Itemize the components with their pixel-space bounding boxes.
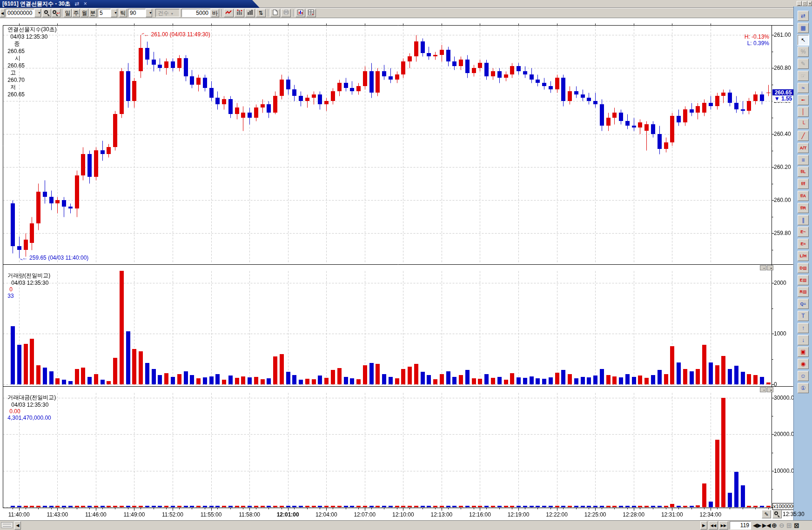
low-label: 저	[10, 84, 16, 90]
minute-dropdown-icon[interactable]: ▼	[111, 9, 117, 17]
tick-dropdown-icon[interactable]: ▼	[146, 9, 152, 17]
chart-canvas[interactable]	[0, 0, 812, 530]
bar-count-input[interactable]: 5000	[181, 9, 210, 17]
bar-chart-icon[interactable]	[245, 9, 255, 17]
symbol-code-dropdown-icon[interactable]: ▼	[34, 9, 41, 17]
high-label: 고	[10, 69, 16, 76]
search-icon[interactable]	[42, 9, 51, 17]
high-percent: H: -0.13%	[745, 34, 769, 40]
visible-bars-input[interactable]: 119	[730, 521, 751, 530]
fibo-levels-icon[interactable]: f/L	[798, 167, 809, 177]
draw-pencil-icon[interactable]: ✎	[762, 510, 771, 518]
maximize-button[interactable]: □	[802, 1, 807, 6]
collapse-range-icon[interactable]: ▶◀	[762, 521, 771, 530]
zoom-in-icon[interactable]: ⊕	[772, 521, 777, 530]
tab-close-icon[interactable]: ×	[84, 0, 87, 7]
text-tool-icon[interactable]: T	[798, 311, 809, 321]
data-grid-icon[interactable]	[306, 9, 316, 17]
period-month-button[interactable]: 월	[81, 9, 88, 17]
circle-marker-icon[interactable]: ◉	[798, 359, 809, 369]
arrow-up-icon[interactable]: ↑	[798, 323, 809, 333]
zoom-out-icon-disabled: ⊖	[779, 521, 785, 530]
play-icon[interactable]: ▶	[700, 521, 707, 530]
volume-minimize-icon[interactable]: −	[760, 265, 766, 270]
line-chart-icon[interactable]	[224, 9, 234, 17]
chart-settings-icon[interactable]: ▦	[798, 23, 809, 33]
low-percent: L: 0.39%	[747, 40, 769, 47]
low-high-icon[interactable]: L/H	[798, 251, 809, 261]
volume-curr: 33	[7, 293, 13, 299]
arrow-down-icon[interactable]: ↓	[798, 335, 809, 345]
r-pattern-icon[interactable]: R▨	[798, 287, 809, 297]
expand-range-icon[interactable]: ◀▶	[753, 521, 761, 530]
value-minimize-icon[interactable]: −	[760, 387, 766, 392]
tool-sidebar: ⇄▦↖%✎☞≈╾│└╱A/T≡f/Lf/ff/Af/R∥E~E≈L/HD▨E▨R…	[793, 7, 812, 520]
value-title: 거래대금(전일비교)	[7, 394, 56, 401]
count-select-disabled: 건수 ▼	[155, 9, 180, 17]
close-chart-icon[interactable]: ⊠	[794, 521, 799, 530]
parallel-lines-icon[interactable]: ∥	[798, 215, 809, 225]
tick-value-select[interactable]: 90	[128, 9, 146, 17]
period-minute-button[interactable]: 분	[89, 9, 97, 17]
zigzag-line-icon[interactable]: ≈	[798, 83, 809, 93]
quote-list-icon[interactable]: Q≡	[798, 299, 809, 309]
period-tick-button[interactable]: 틱	[119, 9, 127, 17]
number-marker-icon[interactable]: ①	[798, 383, 809, 393]
high-value: 260.70	[7, 77, 25, 83]
title-tab[interactable]: [6101] 연결선물지수 - 30초 ⇄ ×	[0, 0, 261, 8]
scrollbar-grip[interactable]	[1, 522, 13, 528]
bottom-scrollbar: ◀ ▶ ◀◀ ▶▶ 119 ◀▶ ▶◀ ⊕ ⊖ ⊞ ⊠	[0, 520, 812, 530]
symbol-code-input[interactable]: 00000000	[6, 9, 34, 17]
value-close-icon[interactable]: ×	[767, 387, 773, 392]
grid-view-icon-disabled: ⊞	[786, 521, 792, 530]
elliott-wave-icon[interactable]: E~	[798, 227, 809, 237]
close-value: 260.65	[7, 48, 25, 54]
minimize-button[interactable]: _	[797, 1, 802, 6]
rewind-icon[interactable]: ◀◀	[709, 521, 718, 530]
search-recent-icon[interactable]: ↩	[52, 9, 60, 17]
high-annotation: ← 261.00 (04/03 11:49:30)	[144, 31, 210, 38]
vertical-line-icon[interactable]: │	[798, 107, 809, 117]
low-annotation: ← 259.65 (04/03 11:40:00)	[22, 255, 89, 261]
link-icon[interactable]: ⇄	[74, 0, 79, 7]
fibo-arc-icon[interactable]: f/A	[798, 191, 809, 201]
toolbar-back-icon[interactable]: ◂	[0, 9, 5, 17]
cursor-icon[interactable]: ↖	[798, 35, 809, 45]
open-label: 시	[15, 55, 20, 61]
fast-forward-icon[interactable]: ▶▶	[719, 521, 728, 530]
chart-report-icon[interactable]	[295, 9, 305, 17]
volume-prev: 0	[9, 286, 13, 293]
bar-chart-compare-icon[interactable]	[235, 9, 244, 17]
sort-updown-icon[interactable]: ⇅	[256, 9, 266, 17]
scroll-left-icon[interactable]: ◀	[14, 521, 21, 530]
levels-icon[interactable]: ≡	[798, 155, 809, 165]
main-chart-header: 연결선물지수(30초) 04/03 12:35:30 종 260.65 시 26…	[1, 19, 57, 104]
refresh-icon[interactable]: ⇄	[798, 11, 809, 21]
square-marker-icon[interactable]: ▣	[798, 347, 809, 357]
period-week-button[interactable]: 주	[72, 9, 80, 17]
fibo-retrace-icon[interactable]: f/R	[798, 203, 809, 213]
chart-application-window: [6101] 연결선물지수 - 30초 ⇄ × _ □ × ◂ 00000000…	[0, 0, 812, 530]
value-datetime: 04/03 12:35:30	[11, 402, 48, 408]
close-button[interactable]: ×	[808, 1, 812, 6]
elbow-line-icon[interactable]: └	[798, 119, 809, 129]
volume-close-icon[interactable]: ×	[767, 265, 773, 270]
minute-value-select[interactable]: 5	[98, 9, 111, 17]
hl-percent: H: -0.13% L: 0.39%	[649, 27, 769, 53]
d-pattern-icon[interactable]: D▨	[798, 263, 809, 273]
symbol-name: 연결선물지수(30초)	[7, 26, 56, 33]
bars-apply-button[interactable]: 바	[211, 9, 219, 17]
window-title: [6101] 연결선물지수 - 30초	[2, 0, 70, 7]
period-day-button[interactable]: 일	[64, 9, 72, 17]
elliott-wave2-icon[interactable]: E≈	[798, 239, 809, 249]
fibo-fan-icon[interactable]: f/f	[798, 179, 809, 189]
close-label: 종	[14, 40, 20, 47]
smiley-marker-icon[interactable]: ☺	[798, 371, 809, 381]
e-pattern-icon[interactable]: E▨	[798, 275, 809, 285]
text-annotation-icon[interactable]: A/T	[798, 143, 809, 153]
diagonal-line-icon[interactable]: ╱	[798, 131, 809, 141]
value-prev: 0.00	[9, 408, 20, 415]
new-document-icon[interactable]	[270, 9, 280, 17]
horizontal-line-icon[interactable]: ╾	[798, 95, 809, 105]
zoom-search-icon[interactable]	[772, 510, 782, 518]
